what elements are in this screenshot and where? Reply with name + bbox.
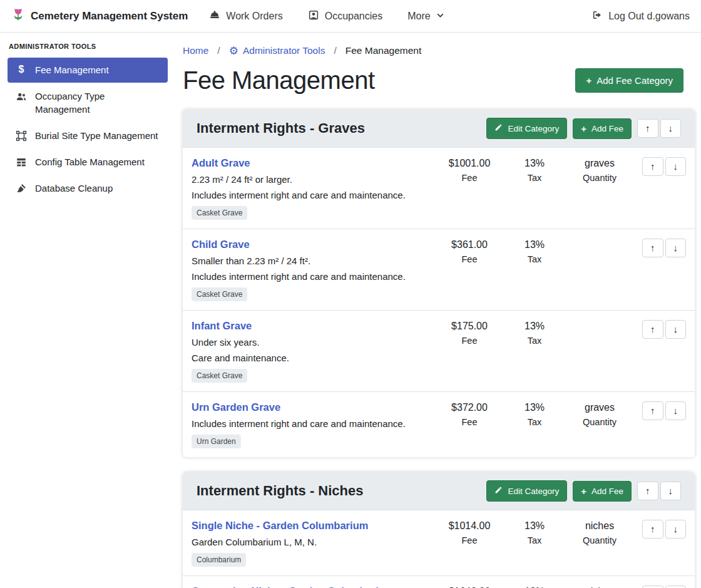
category-reorder-buttons: ↑ ↓ — [637, 119, 681, 138]
fee-name-link[interactable]: Companion Niche - Garden Columbarium — [192, 585, 394, 588]
breadcrumb-separator: / — [217, 45, 220, 56]
tax-label: Tax — [502, 417, 567, 427]
fee-amount-stat: $1646.00 Fee — [437, 585, 502, 588]
fee-row: Single Niche - Garden Columbarium Garden… — [183, 510, 695, 575]
quantity-stat: graves Quantity — [567, 157, 632, 183]
fee-reorder-buttons: ↑ ↓ — [632, 157, 686, 176]
sidebar-item-label: Fee Management — [35, 64, 109, 76]
users-icon — [15, 91, 28, 102]
move-fee-up-button[interactable]: ↑ — [642, 401, 663, 420]
quantity-stat — [567, 320, 632, 321]
fee-reorder-buttons: ↑ ↓ — [632, 320, 686, 339]
move-category-up-button[interactable]: ↑ — [637, 119, 658, 138]
breadcrumb-admin-tools-link[interactable]: ⚙ Administrator Tools — [229, 45, 325, 56]
fee-type-badge: Urn Garden — [192, 435, 241, 448]
tax-stat: 13% Tax — [502, 320, 567, 346]
tax-stat: 13% Tax — [502, 585, 567, 588]
sidebar-item-label: Database Cleanup — [35, 182, 113, 195]
fee-amount-label: Fee — [437, 173, 502, 183]
move-fee-up-button[interactable]: ↑ — [642, 320, 663, 339]
nav-work-orders-label: Work Orders — [226, 11, 282, 22]
sidebar-item-occupancy-type-management[interactable]: Occupancy Type Management — [8, 84, 168, 122]
tax-stat: 13% Tax — [502, 239, 567, 264]
fee-amount-stat: $1001.00 Fee — [437, 157, 502, 183]
sidebar-item-burial-site-type-management[interactable]: Burial Site Type Management — [8, 123, 168, 148]
breadcrumb-admin-tools-label: Administrator Tools — [243, 45, 325, 56]
logout-button[interactable]: Log Out d.gowans — [591, 9, 690, 23]
fee-description: 2.23 m² / 24 ft² or larger. — [192, 174, 432, 185]
move-fee-up-button[interactable]: ↑ — [642, 585, 663, 588]
pencil-icon — [494, 486, 503, 496]
category-actions: Edit Category + Add Fee ↑ ↓ — [486, 118, 681, 139]
fee-amount-label: Fee — [437, 535, 502, 545]
add-fee-category-button[interactable]: + Add Fee Category — [575, 68, 683, 93]
fee-description: Smaller than 2.23 m² / 24 ft². — [192, 255, 432, 266]
pencil-icon — [494, 123, 503, 133]
move-category-up-button[interactable]: ↑ — [637, 482, 658, 500]
quantity-stat: niches Quantity — [567, 520, 632, 545]
tax-label: Tax — [502, 254, 567, 264]
fee-amount: $361.00 — [437, 239, 502, 250]
quantity-value: niches — [567, 520, 632, 532]
fee-reorder-buttons: ↑ ↓ — [632, 585, 686, 588]
tax-value: 13% — [502, 321, 567, 332]
tax-value: 13% — [502, 402, 567, 413]
move-category-down-button[interactable]: ↓ — [660, 482, 682, 500]
edit-category-button[interactable]: Edit Category — [486, 480, 567, 502]
edit-category-button[interactable]: Edit Category — [486, 118, 567, 139]
fee-amount-label: Fee — [437, 336, 502, 346]
plus-icon: + — [581, 487, 586, 496]
nav-more[interactable]: More — [407, 11, 444, 22]
category-header: Interment Rights - Niches Edit Category … — [183, 472, 695, 510]
fee-row: Child Grave Smaller than 2.23 m² / 24 ft… — [183, 229, 695, 310]
edit-category-label: Edit Category — [508, 124, 559, 133]
sidebar-item-fee-management[interactable]: $ Fee Management — [8, 58, 168, 83]
sidebar-item-config-table-management[interactable]: Config Table Management — [8, 150, 168, 175]
fee-description: Includes interment right and care and ma… — [192, 190, 432, 200]
sidebar-item-database-cleanup[interactable]: Database Cleanup — [8, 176, 168, 201]
fee-category-card-niches: Interment Rights - Niches Edit Category … — [183, 472, 695, 588]
person-frame-icon — [308, 9, 319, 23]
page-title: Fee Management — [183, 66, 375, 95]
sidebar-heading: ADMINISTRATOR TOOLS — [0, 43, 175, 50]
tax-value: 13% — [502, 520, 567, 532]
move-fee-down-button[interactable]: ↓ — [665, 520, 687, 539]
move-fee-up-button[interactable]: ↑ — [642, 157, 663, 176]
gear-icon: ⚙ — [229, 46, 238, 56]
sidebar-item-label: Config Table Management — [35, 156, 145, 168]
fee-type-badge: Casket Grave — [192, 287, 247, 301]
top-navbar: Cemetery Management System Work Orders — [0, 0, 701, 33]
app-brand[interactable]: Cemetery Management System — [11, 8, 188, 24]
move-fee-down-button[interactable]: ↓ — [665, 239, 687, 257]
move-fee-down-button[interactable]: ↓ — [665, 157, 687, 176]
move-category-down-button[interactable]: ↓ — [660, 119, 682, 138]
add-fee-button[interactable]: + Add Fee — [573, 481, 632, 502]
quantity-value: graves — [567, 158, 632, 169]
fee-name-link[interactable]: Adult Grave — [192, 157, 250, 169]
move-fee-up-button[interactable]: ↑ — [642, 239, 663, 257]
move-fee-down-button[interactable]: ↓ — [665, 585, 687, 588]
plus-icon: + — [581, 124, 586, 133]
fee-type-badge: Columbarium — [192, 553, 246, 567]
app-title: Cemetery Management System — [31, 10, 188, 23]
move-fee-down-button[interactable]: ↓ — [665, 320, 687, 339]
move-fee-up-button[interactable]: ↑ — [642, 520, 663, 539]
breadcrumb-home-link[interactable]: Home — [183, 45, 208, 56]
nav-work-orders[interactable]: Work Orders — [209, 9, 282, 23]
fee-description: Under six years. — [192, 337, 432, 348]
quantity-stat: niches Quantity — [567, 585, 632, 588]
fee-name-link[interactable]: Single Niche - Garden Columbarium — [192, 520, 368, 532]
fee-name-link[interactable]: Infant Grave — [192, 320, 252, 332]
add-fee-button[interactable]: + Add Fee — [573, 118, 632, 139]
fee-info: Adult Grave 2.23 m² / 24 ft² or larger. … — [192, 157, 437, 220]
fee-name-link[interactable]: Urn Garden Grave — [192, 401, 280, 413]
fee-info: Urn Garden Grave Includes interment righ… — [192, 401, 437, 448]
fee-row: Urn Garden Grave Includes interment righ… — [183, 391, 695, 457]
fee-amount-label: Fee — [437, 417, 502, 427]
nav-occupancies[interactable]: Occupancies — [308, 9, 383, 23]
breadcrumb: Home / ⚙ Administrator Tools / Fee Manag… — [183, 45, 695, 56]
fee-info: Infant Grave Under six years. Care and m… — [192, 320, 437, 383]
move-fee-down-button[interactable]: ↓ — [665, 401, 687, 420]
fee-name-link[interactable]: Child Grave — [192, 239, 250, 250]
chevron-down-icon — [436, 11, 444, 22]
